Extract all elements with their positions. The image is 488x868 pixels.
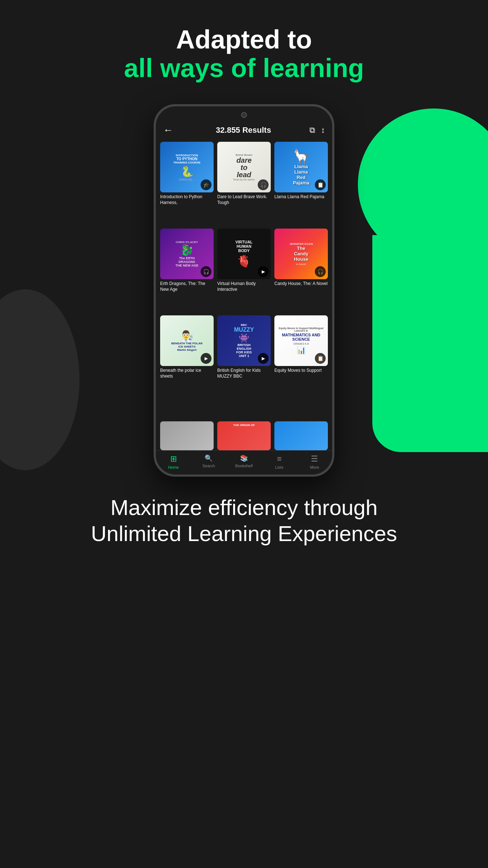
list-item[interactable]: CHRIS D'LACEY 🐉 The ERTHDRAGONSTHE NEW A… bbox=[160, 229, 214, 312]
nav-label-search: Search bbox=[202, 464, 215, 468]
list-item[interactable]: 👨‍🔬 BENEATH THE POLARICE SHEETSMartin Si… bbox=[160, 315, 214, 399]
filter-icon[interactable]: ⧉ bbox=[309, 125, 315, 135]
nav-label-bookshelf: Bookshelf bbox=[235, 464, 253, 468]
list-item[interactable]: VIRTUALHUMANBODY 🫀 ▶ Virtual Human Body … bbox=[217, 229, 271, 312]
list-item[interactable] bbox=[160, 421, 214, 450]
results-count: 32.855 Results bbox=[177, 125, 309, 135]
phone-body: ← 32.855 Results ⧉ ↕ INTRODUCTIONTO PYTH… bbox=[154, 104, 334, 477]
book-cover-vhb: VIRTUALHUMANBODY 🫀 ▶ bbox=[217, 229, 271, 279]
lists-icon: ≡ bbox=[277, 454, 282, 464]
phone-mockup: ← 32.855 Results ⧉ ↕ INTRODUCTIONTO PYTH… bbox=[0, 104, 488, 477]
more-icon: ☰ bbox=[311, 454, 318, 464]
book-cover-muzzy: BBC MUZZY 👾 BRITISHENGLISHFOR KIDSUNIT 1… bbox=[217, 315, 271, 366]
nav-item-more[interactable]: ☰ More bbox=[297, 454, 332, 469]
book-badge-ebook: 📋 bbox=[315, 179, 326, 190]
partial-book-row: THE ORIGIN OF bbox=[156, 421, 332, 450]
nav-label-home: Home bbox=[168, 465, 179, 469]
back-button[interactable]: ← bbox=[163, 124, 173, 136]
book-badge-audio: 🎧 bbox=[315, 266, 326, 277]
footer-section: Maximize efficiency through Unlimited Le… bbox=[0, 495, 488, 547]
list-item[interactable]: THE ORIGIN OF bbox=[217, 421, 271, 450]
list-item[interactable]: Equity Moves to Support Multilingual Lea… bbox=[274, 315, 328, 399]
nav-item-search[interactable]: 🔍 Search bbox=[191, 454, 227, 469]
book-title: Llama Llama Red Pajama bbox=[274, 194, 328, 200]
book-cover-candy: JENNIFER EGAN TheCandyHouse A Novel 🎧 bbox=[274, 229, 328, 279]
book-grid: INTRODUCTIONTO PYTHONTRAINING COURSE 🐍 S… bbox=[156, 142, 332, 421]
book-title: Beneath the polar ice sheets bbox=[160, 368, 214, 379]
footer-line2: Unlimited Learning Experiences bbox=[29, 521, 459, 547]
header-line1: Adapted to bbox=[0, 25, 488, 54]
book-cover-python: INTRODUCTIONTO PYTHONTRAINING COURSE 🐍 S… bbox=[160, 142, 214, 192]
book-title: Equity Moves to Support bbox=[274, 368, 328, 374]
bottom-navigation: ⊞ Home 🔍 Search 📚 Bookshelf ≡ Lists ☰ bbox=[156, 450, 332, 475]
book-cover-dragons: CHRIS D'LACEY 🐉 The ERTHDRAGONSTHE NEW A… bbox=[160, 229, 214, 279]
book-badge-ebook: 📋 bbox=[315, 353, 326, 364]
list-item[interactable]: 🦙 LlamaLlamaRedPajama 📋 Llama Llama Red … bbox=[274, 142, 328, 225]
phone-side-button-2 bbox=[333, 215, 334, 237]
nav-item-bookshelf[interactable]: 📚 Bookshelf bbox=[226, 454, 262, 469]
book-badge-audio: 🎧 bbox=[258, 179, 269, 190]
header-line2: all ways of learning bbox=[0, 54, 488, 82]
search-icon: 🔍 bbox=[205, 454, 213, 462]
python-logo: 🐍 bbox=[181, 166, 193, 178]
nav-label-more: More bbox=[310, 465, 319, 469]
list-item[interactable]: INTRODUCTIONTO PYTHONTRAINING COURSE 🐍 S… bbox=[160, 142, 214, 225]
book-title: Virtual Human Body Interactive bbox=[217, 281, 271, 292]
book-badge-course: 🎓 bbox=[201, 179, 211, 190]
book-title: Erth Dragons, The: The New Age bbox=[160, 281, 214, 292]
list-item[interactable]: BBC MUZZY 👾 BRITISHENGLISHFOR KIDSUNIT 1… bbox=[217, 315, 271, 399]
book-badge-video: ▶ bbox=[258, 353, 269, 364]
footer-line1: Maximize efficiency through bbox=[29, 495, 459, 521]
phone-side-button-1 bbox=[333, 186, 334, 208]
search-results-topbar: ← 32.855 Results ⧉ ↕ bbox=[156, 106, 332, 142]
list-item[interactable]: Brené Brown daretolead Read by the autho… bbox=[217, 142, 271, 225]
book-title: Dare to Lead Brave Work. Tough bbox=[217, 194, 271, 205]
nav-item-lists[interactable]: ≡ Lists bbox=[262, 454, 297, 469]
topbar-actions: ⧉ ↕ bbox=[309, 125, 325, 135]
book-cover-equity: Equity Moves to Support Multilingual Lea… bbox=[274, 315, 328, 366]
book-cover-dare: Brené Brown daretolead Read by the autho… bbox=[217, 142, 271, 192]
book-title: Candy House, The: A Novel bbox=[274, 281, 328, 287]
list-item[interactable]: JENNIFER EGAN TheCandyHouse A Novel 🎧 Ca… bbox=[274, 229, 328, 312]
phone-camera bbox=[241, 112, 247, 118]
book-badge-video: ▶ bbox=[201, 353, 211, 364]
phone-screen: ← 32.855 Results ⧉ ↕ INTRODUCTIONTO PYTH… bbox=[156, 106, 332, 475]
bookshelf-icon: 📚 bbox=[240, 454, 248, 462]
nav-item-home[interactable]: ⊞ Home bbox=[156, 454, 191, 469]
nav-label-lists: Lists bbox=[275, 465, 283, 469]
home-icon: ⊞ bbox=[170, 454, 177, 464]
book-badge-audio: 🎧 bbox=[201, 266, 211, 277]
book-cover-polar: 👨‍🔬 BENEATH THE POLARICE SHEETSMartin Si… bbox=[160, 315, 214, 366]
book-title: British English for Kids MUZZY BBC bbox=[217, 368, 271, 379]
header-section: Adapted to all ways of learning bbox=[0, 0, 488, 82]
book-badge-video: ▶ bbox=[258, 266, 269, 277]
book-cover-llama: 🦙 LlamaLlamaRedPajama 📋 bbox=[274, 142, 328, 192]
sort-icon[interactable]: ↕ bbox=[321, 125, 325, 135]
list-item[interactable] bbox=[274, 421, 328, 450]
book-title: Introduction to Python Harness, bbox=[160, 194, 214, 205]
